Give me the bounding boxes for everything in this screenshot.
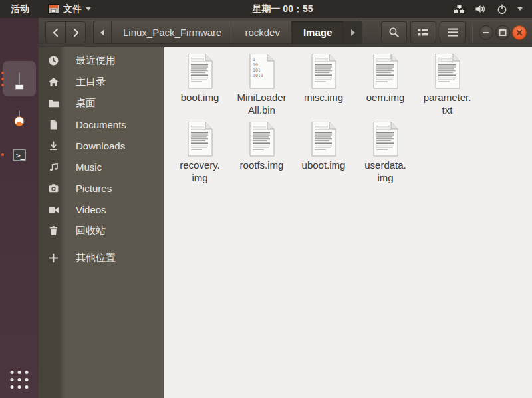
file-name: uboot.img [302,159,346,171]
sidebar-item[interactable]: Videos [39,199,164,220]
top-bar: 活动 文件 星期一 00：55 [0,0,532,18]
back-button[interactable] [45,21,66,43]
sidebar-item[interactable]: Downloads [39,135,164,156]
minimize-icon [483,32,489,33]
path-scroll-left-button[interactable] [94,21,112,43]
view-toggle-button[interactable] [410,21,436,43]
folder-icon [48,98,59,109]
chevron-down-icon [517,7,523,11]
sidebar-item-label: 最近使用 [76,54,116,67]
file-item[interactable]: uboot.img [293,120,354,184]
dock: >_ [0,18,39,398]
clock[interactable]: 星期一 00：55 [252,0,313,18]
sidebar-item[interactable]: Pictures [39,177,164,199]
breadcrumb-linux_pack_firmware[interactable]: Linux_Pack_Firmware [112,21,233,43]
sidebar-item[interactable]: Music [39,156,164,177]
disk-usage-analyzer-icon [19,111,20,123]
sidebar: 最近使用主目录桌面DocumentsDownloadsMusicPictures… [39,47,164,398]
system-tray[interactable] [454,4,523,15]
breadcrumb-rockdev[interactable]: rockdev [233,21,292,43]
document-icon [48,119,59,130]
music-icon [48,161,59,173]
dock-item-firefox[interactable] [0,22,39,60]
dock-item-terminal[interactable]: >_ [0,136,39,173]
sidebar-item[interactable]: 桌面 [39,92,164,114]
volume-icon [475,4,487,14]
triangle-right-icon [351,29,355,36]
files-app-icon [48,4,59,14]
sidebar-item-label: Music [76,161,102,173]
breadcrumb: Linux_Pack_FirmwarerockdevImage [93,21,362,44]
close-button[interactable] [512,25,527,40]
sidebar-item[interactable]: 回收站 [39,220,164,241]
menu-button[interactable] [440,21,466,43]
sidebar-item[interactable]: 最近使用 [39,50,164,71]
file-item[interactable]: userdata. img [354,120,416,184]
file-name: oem.img [366,91,405,104]
file-name: misc.img [304,91,343,104]
text-file-icon [184,120,217,158]
files-cabinet-icon [19,73,20,85]
app-menu[interactable]: 文件 [48,3,91,15]
svg-text:10: 10 [253,62,258,68]
home-icon [48,76,59,88]
app-menu-label: 文件 [63,3,82,15]
file-item[interactable]: oem.img [354,52,416,116]
text-file-icon [307,120,340,158]
maximize-button[interactable] [495,25,510,40]
file-name: rootfs.img [240,159,284,171]
app-grid-icon [11,371,29,389]
sidebar-item[interactable]: 其他位置 [39,247,164,268]
maximize-icon [499,29,507,36]
file-item[interactable]: recovery. img [169,120,231,184]
power-icon [497,4,507,15]
text-file-icon [245,120,279,158]
running-indicator [1,72,4,86]
text-file-icon [369,52,402,90]
svg-text:1: 1 [253,57,255,62]
file-grid: boot.img1101011010MiniLoader All.binmisc… [169,52,532,188]
sidebar-item-label: Pictures [76,183,112,194]
file-item[interactable]: misc.img [293,52,354,116]
file-item[interactable]: rootfs.img [231,120,293,184]
activities-button[interactable]: 活动 [7,2,33,17]
text-file-icon [307,52,340,90]
sidebar-item-label: 桌面 [76,97,96,110]
binary-file-icon: 1101011010 [245,52,279,90]
divider [472,23,473,41]
svg-text:1010: 1010 [253,73,263,78]
file-item[interactable]: boot.img [169,52,231,116]
minimize-button[interactable] [479,25,493,40]
download-icon [48,140,59,151]
sidebar-item-label: Downloads [76,140,125,151]
file-item[interactable]: 1101011010MiniLoader All.bin [231,52,293,116]
screen: 活动 文件 星期一 00：55 >_ Linux_Pack_F [0,0,532,398]
sidebar-item-label: 其他位置 [76,252,116,264]
forward-button[interactable] [65,21,86,43]
path-scroll-right-button[interactable] [344,21,362,43]
nav-buttons [45,21,86,43]
file-name: boot.img [181,91,219,104]
sidebar-item-label: 主目录 [76,76,106,88]
chevron-down-icon [86,7,91,11]
network-wired-icon [454,4,465,14]
video-icon [48,204,59,215]
trash-icon [48,225,59,237]
sidebar-item[interactable]: Documents [39,114,164,135]
file-name: parameter. txt [424,91,471,116]
text-file-icon [184,52,217,90]
file-name: userdata. img [364,159,406,184]
dock-item-disk-usage[interactable] [0,98,39,136]
files-window: Linux_Pack_FirmwarerockdevImage 最近使用主目录桌… [39,18,532,398]
file-item[interactable]: parameter. txt [416,52,478,116]
show-apps-button[interactable] [8,368,31,391]
triangle-left-icon [100,29,104,36]
svg-text:101: 101 [253,68,261,73]
breadcrumb-image[interactable]: Image [292,21,344,43]
dock-item-files[interactable] [0,60,39,98]
terminal-icon: >_ [13,149,26,161]
search-button[interactable] [381,21,407,43]
header-bar: Linux_Pack_FirmwarerockdevImage [39,18,532,47]
file-name: recovery. img [180,159,220,184]
sidebar-item[interactable]: 主目录 [39,71,164,92]
